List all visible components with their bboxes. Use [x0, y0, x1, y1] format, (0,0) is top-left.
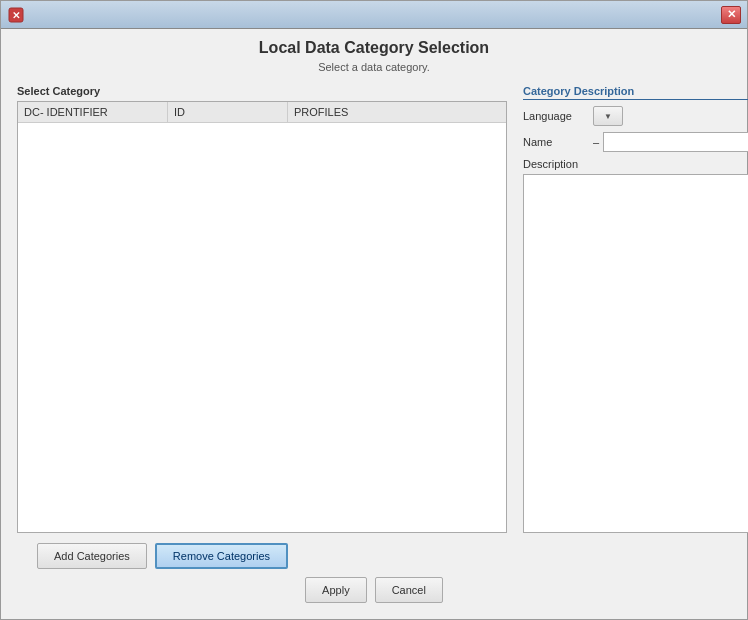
category-table[interactable]: DC- IDENTIFIER ID PROFILES	[17, 101, 507, 533]
table-body[interactable]	[18, 123, 506, 532]
table-header: DC- IDENTIFIER ID PROFILES	[18, 102, 506, 123]
name-input[interactable]	[603, 132, 748, 152]
language-label: Language	[523, 110, 593, 122]
column-id: ID	[168, 102, 288, 122]
dialog-subtitle: Select a data category.	[17, 61, 731, 73]
app-icon: ✕	[7, 6, 25, 24]
main-area: Select Category DC- IDENTIFIER ID PROFIL…	[17, 85, 731, 533]
svg-text:✕: ✕	[12, 10, 20, 21]
language-row: Language ▼	[523, 106, 748, 126]
description-label: Description	[523, 158, 748, 170]
title-bar: ✕ ✕	[1, 1, 747, 29]
left-panel: Select Category DC- IDENTIFIER ID PROFIL…	[17, 85, 507, 533]
dialog-title: Local Data Category Selection	[17, 39, 731, 57]
description-box[interactable]	[523, 174, 748, 533]
right-panel: Category Description Language ▼ Name – D…	[523, 85, 748, 533]
cancel-button[interactable]: Cancel	[375, 577, 443, 603]
add-categories-button[interactable]: Add Categories	[37, 543, 147, 569]
dropdown-arrow-icon: ▼	[604, 112, 612, 121]
select-category-label: Select Category	[17, 85, 507, 97]
dialog-content: Local Data Category Selection Select a d…	[1, 29, 747, 619]
bottom-section: Add Categories Remove Categories Apply C…	[17, 543, 731, 609]
main-window: ✕ ✕ Local Data Category Selection Select…	[0, 0, 748, 620]
action-buttons: Apply Cancel	[17, 577, 731, 609]
category-description-label: Category Description	[523, 85, 748, 100]
name-label: Name	[523, 136, 593, 148]
close-button[interactable]: ✕	[721, 6, 741, 24]
category-buttons: Add Categories Remove Categories	[17, 543, 731, 569]
column-identifier: DC- IDENTIFIER	[18, 102, 168, 122]
apply-button[interactable]: Apply	[305, 577, 367, 603]
remove-categories-button[interactable]: Remove Categories	[155, 543, 288, 569]
column-profiles: PROFILES	[288, 102, 506, 122]
language-dropdown[interactable]: ▼	[593, 106, 623, 126]
name-value: –	[593, 136, 599, 148]
language-select: ▼	[593, 106, 623, 126]
name-row: Name –	[523, 132, 748, 152]
